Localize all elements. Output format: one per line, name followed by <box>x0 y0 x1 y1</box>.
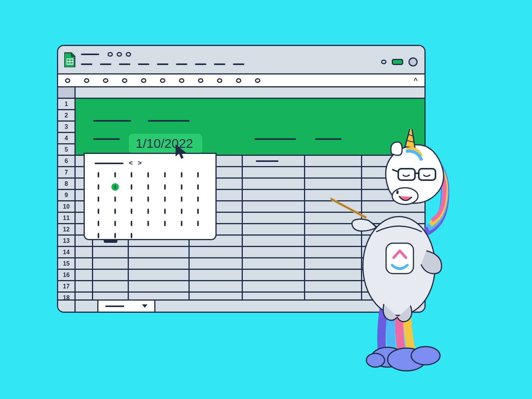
row-header[interactable]: 11 <box>58 213 76 224</box>
toolbar-button[interactable] <box>179 78 184 83</box>
date-picker-day[interactable] <box>161 220 169 227</box>
menu-item[interactable] <box>214 63 225 65</box>
date-picker-day[interactable] <box>178 183 185 191</box>
toolbar-button[interactable] <box>198 78 203 83</box>
date-picker-day[interactable] <box>161 183 169 191</box>
date-picker-day[interactable] <box>178 232 185 239</box>
toolbar-button[interactable] <box>65 78 70 83</box>
toolbar-button[interactable] <box>84 78 89 83</box>
date-picker-day[interactable] <box>144 220 152 227</box>
sheet-tab-dropdown-icon[interactable] <box>142 304 147 308</box>
select-all-corner[interactable] <box>58 87 76 99</box>
date-picker-day[interactable] <box>111 232 119 239</box>
date-picker-day[interactable] <box>178 195 185 203</box>
date-picker-day[interactable] <box>178 220 185 227</box>
menu-item[interactable] <box>176 63 187 65</box>
date-picker-grid <box>95 171 206 239</box>
sheet-tab-active[interactable] <box>98 301 155 312</box>
date-picker-day[interactable] <box>194 232 202 239</box>
menu-item[interactable] <box>100 63 111 65</box>
row-header[interactable]: 17 <box>58 281 76 293</box>
column-headers[interactable] <box>76 87 424 99</box>
date-picker-day[interactable] <box>128 183 135 191</box>
row-header[interactable]: 8 <box>58 179 76 190</box>
date-picker-day[interactable] <box>95 171 102 179</box>
date-picker-day[interactable] <box>194 195 202 203</box>
row-header[interactable]: 13 <box>58 236 76 247</box>
toolbar-button[interactable] <box>141 78 146 83</box>
date-picker-day[interactable] <box>128 207 135 215</box>
toolbar-button[interactable] <box>160 78 165 83</box>
menu-item[interactable] <box>233 63 244 65</box>
menu-item[interactable] <box>81 63 92 65</box>
svg-line-4 <box>331 152 366 217</box>
date-picker-day[interactable] <box>144 232 152 239</box>
date-picker-day[interactable] <box>111 171 119 179</box>
menu-item[interactable] <box>119 63 130 65</box>
date-picker-day[interactable] <box>95 232 102 239</box>
collapse-toolbar-icon[interactable]: ^ <box>413 77 418 84</box>
chevron-right-icon[interactable]: > <box>138 159 144 167</box>
sheets-icon <box>64 52 76 67</box>
date-input[interactable]: 1/10/2022 <box>129 134 202 154</box>
date-picker-day[interactable] <box>95 220 102 227</box>
date-picker-day[interactable] <box>144 207 152 215</box>
row-header[interactable]: 3 <box>58 122 76 133</box>
date-picker-day[interactable] <box>194 183 202 191</box>
title-action-3[interactable] <box>126 52 131 57</box>
date-picker-day[interactable] <box>161 195 169 203</box>
row-header[interactable]: 16 <box>58 270 76 281</box>
doc-title-placeholder[interactable] <box>81 54 99 55</box>
row-header[interactable]: 15 <box>58 258 76 270</box>
date-picker-nav[interactable]: < > <box>129 159 143 167</box>
menu-item[interactable] <box>195 63 206 65</box>
date-picker-day[interactable] <box>194 207 202 215</box>
toolbar-button[interactable] <box>122 78 127 83</box>
date-picker-day[interactable] <box>128 220 135 227</box>
date-picker-day[interactable] <box>128 232 135 239</box>
date-picker-day[interactable] <box>194 171 202 179</box>
date-picker-day[interactable] <box>111 195 119 203</box>
date-picker-day[interactable] <box>144 171 152 179</box>
date-picker-day[interactable] <box>95 195 102 203</box>
title-action-2[interactable] <box>117 52 122 57</box>
window-control[interactable] <box>381 60 386 64</box>
date-picker-day[interactable] <box>161 171 169 179</box>
date-picker-day[interactable] <box>111 220 119 227</box>
date-picker-day[interactable] <box>144 183 152 191</box>
row-header[interactable]: 5 <box>58 144 76 156</box>
menu-item[interactable] <box>157 63 168 65</box>
row-header[interactable]: 4 <box>58 133 76 144</box>
title-action-1[interactable] <box>108 52 113 57</box>
menu-item[interactable] <box>138 63 149 65</box>
date-picker-day[interactable] <box>178 171 185 179</box>
date-picker-day[interactable] <box>95 207 102 215</box>
date-picker-day[interactable] <box>178 207 185 215</box>
date-picker-day[interactable] <box>111 183 119 191</box>
avatar[interactable] <box>408 57 418 66</box>
date-picker-day[interactable] <box>95 183 102 191</box>
row-header[interactable]: 9 <box>58 190 76 201</box>
date-picker-day[interactable] <box>128 171 135 179</box>
row-header[interactable]: 12 <box>58 224 76 236</box>
date-picker[interactable]: < > <box>84 153 217 240</box>
share-button[interactable] <box>392 59 403 65</box>
date-picker-day[interactable] <box>161 207 169 215</box>
row-header[interactable]: 7 <box>58 167 76 179</box>
toolbar-button[interactable] <box>103 78 108 83</box>
row-header[interactable]: 10 <box>58 201 76 213</box>
row-header[interactable]: 6 <box>58 156 76 167</box>
date-picker-day[interactable] <box>194 220 202 227</box>
row-header[interactable]: 14 <box>58 247 76 258</box>
toolbar-button[interactable] <box>217 78 222 83</box>
date-picker-day[interactable] <box>111 207 119 215</box>
date-picker-day[interactable] <box>128 195 135 203</box>
chevron-left-icon[interactable]: < <box>129 159 135 167</box>
row-header[interactable]: 1 <box>58 99 76 110</box>
toolbar-button[interactable] <box>255 78 260 83</box>
svg-point-7 <box>411 347 440 365</box>
toolbar-button[interactable] <box>236 78 241 83</box>
date-picker-day[interactable] <box>161 232 169 239</box>
row-header[interactable]: 2 <box>58 110 76 122</box>
date-picker-day[interactable] <box>144 195 152 203</box>
